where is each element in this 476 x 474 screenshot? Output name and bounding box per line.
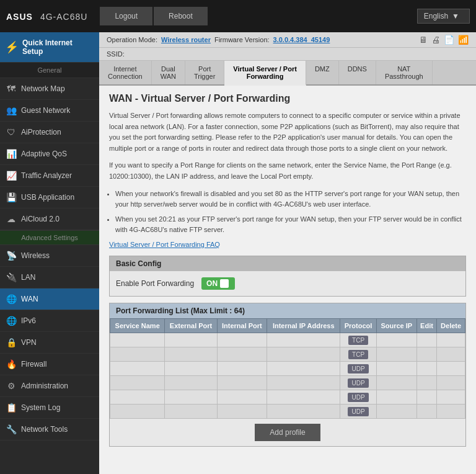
op-icon-doc[interactable]: 📄 — [444, 35, 454, 45]
sidebar-item-aicloud[interactable]: ☁ AiCloud 2.0 — [0, 208, 99, 230]
table-cell[interactable] — [416, 375, 436, 390]
table-cell — [217, 361, 267, 375]
port-forwarding-toggle[interactable]: ON — [201, 277, 235, 290]
quick-internet-setup[interactable]: ⚡ Quick Internet Setup — [0, 32, 99, 62]
table-cell[interactable] — [416, 404, 436, 418]
sidebar-label-guest-network: Guest Network — [21, 106, 70, 115]
sidebar-item-ipv6[interactable]: 🌐 IPv6 — [0, 310, 99, 332]
table-row[interactable]: TCP — [110, 333, 465, 347]
sidebar-item-administration[interactable]: ⚙ Administration — [0, 375, 99, 397]
table-cell[interactable] — [437, 347, 465, 361]
table-cell — [165, 347, 217, 361]
bullet-list: When your network's firewall is disabled… — [109, 189, 466, 236]
col-source-ip: Source IP — [376, 318, 416, 333]
sidebar-item-traffic-analyzer[interactable]: 📈 Traffic Analyzer — [0, 165, 99, 187]
col-edit: Edit — [416, 318, 436, 333]
reboot-button[interactable]: Reboot — [154, 7, 208, 25]
col-internal-port: Internal Port — [217, 318, 267, 333]
table-cell[interactable] — [437, 333, 465, 347]
op-mode-label: Operation Mode: — [107, 36, 157, 43]
sidebar-label-aiprotection: AiProtection — [21, 128, 61, 136]
faq-link[interactable]: Virtual Server / Port Forwarding FAQ — [109, 241, 466, 248]
op-icon-signal[interactable]: 📶 — [458, 35, 469, 45]
sidebar-item-adaptive-qos[interactable]: 📊 Adaptive QoS — [0, 143, 99, 165]
table-cell[interactable] — [416, 361, 436, 375]
sidebar-item-vpn[interactable]: 🔒 VPN — [0, 332, 99, 354]
table-cell — [217, 390, 267, 404]
op-icon-print[interactable]: 🖨 — [431, 35, 440, 45]
sidebar-item-system-log[interactable]: 📋 System Log — [0, 397, 99, 419]
table-row[interactable]: TCP — [110, 347, 465, 361]
adaptive-qos-icon: 📊 — [5, 149, 17, 159]
sidebar: ⚡ Quick Internet Setup General 🗺 Network… — [0, 32, 99, 474]
op-firmware-value[interactable]: 3.0.0.4.384_45149 — [273, 36, 330, 43]
sidebar-item-wan[interactable]: 🌐 WAN — [0, 288, 99, 310]
op-icon-monitor[interactable]: 🖥 — [419, 35, 428, 45]
operation-bar: Operation Mode: Wireless router Firmware… — [99, 32, 476, 48]
add-profile-button[interactable]: Add profile — [255, 424, 320, 441]
tab-virtual-server[interactable]: Virtual Server / PortForwarding — [224, 61, 306, 86]
tab-port-trigger[interactable]: PortTrigger — [185, 61, 224, 84]
table-cell — [110, 361, 165, 375]
sidebar-item-firewall[interactable]: 🔥 Firewall — [0, 354, 99, 375]
table-row[interactable]: UDP — [110, 375, 465, 390]
tab-nat-passthrough[interactable]: NATPassthrough — [376, 61, 433, 84]
sidebar-label-traffic-analyzer: Traffic Analyzer — [21, 171, 72, 180]
table-cell[interactable] — [437, 390, 465, 404]
basic-config-header: Basic Config — [110, 256, 465, 271]
sidebar-item-lan[interactable]: 🔌 LAN — [0, 267, 99, 288]
table-cell[interactable] — [416, 390, 436, 404]
table-cell[interactable] — [416, 347, 436, 361]
op-mode-value[interactable]: Wireless router — [161, 36, 211, 43]
table-cell — [217, 375, 267, 390]
logo-asus: ASUS — [6, 12, 33, 22]
sidebar-label-wireless: Wireless — [21, 251, 50, 260]
sidebar-label-vpn: VPN — [21, 338, 37, 347]
table-cell — [165, 390, 217, 404]
sub-nav-tabs: InternetConnection DualWAN PortTrigger V… — [99, 61, 476, 86]
tab-internet-connection[interactable]: InternetConnection — [99, 61, 152, 84]
table-cell[interactable] — [437, 404, 465, 418]
sidebar-item-guest-network[interactable]: 👥 Guest Network — [0, 100, 99, 122]
tab-ddns[interactable]: DDNS — [339, 61, 376, 84]
guest-network-icon: 👥 — [5, 105, 17, 115]
ipv6-icon: 🌐 — [5, 316, 17, 326]
quick-setup-label: Quick Internet Setup — [22, 38, 94, 56]
sidebar-label-wan: WAN — [21, 295, 38, 303]
col-protocol: Protocol — [340, 318, 376, 333]
table-row[interactable]: UDP — [110, 361, 465, 375]
port-forwarding-table-section: Port Forwarding List (Max Limit : 64) po… — [109, 303, 466, 447]
table-cell — [376, 347, 416, 361]
toggle-knob — [220, 279, 229, 288]
tab-dmz[interactable]: DMZ — [306, 61, 339, 84]
col-delete: Delete — [437, 318, 465, 333]
toggle-value: ON — [206, 279, 218, 288]
sidebar-label-network-map: Network Map — [21, 84, 65, 93]
tab-dual-wan[interactable]: DualWAN — [152, 61, 185, 84]
sidebar-item-network-map[interactable]: 🗺 Network Map — [0, 78, 99, 100]
logout-button[interactable]: Logout — [100, 7, 152, 25]
table-cell — [376, 390, 416, 404]
traffic-analyzer-icon: 📈 — [5, 171, 17, 181]
sidebar-item-network-tools[interactable]: 🔧 Network Tools — [0, 419, 99, 440]
table-cell: UDP — [340, 404, 376, 418]
logo-model: 4G-AC68U — [40, 12, 87, 22]
table-row[interactable]: UDP — [110, 404, 465, 418]
table-cell[interactable] — [437, 361, 465, 375]
table-cell — [267, 347, 340, 361]
table-cell — [165, 375, 217, 390]
language-selector[interactable]: English ▼ — [417, 9, 470, 24]
sidebar-item-usb-application[interactable]: 💾 USB Application — [0, 187, 99, 208]
table-row[interactable]: UDP — [110, 390, 465, 404]
lan-icon: 🔌 — [5, 272, 17, 282]
bullet-1: When your network's firewall is disabled… — [115, 189, 466, 210]
sidebar-item-aiprotection[interactable]: 🛡 AiProtection — [0, 122, 99, 143]
table-cell[interactable] — [437, 375, 465, 390]
col-external-port: External Port — [165, 318, 217, 333]
table-cell — [376, 361, 416, 375]
table-cell[interactable] — [416, 333, 436, 347]
sidebar-item-wireless[interactable]: 📡 Wireless — [0, 245, 99, 267]
aicloud-icon: ☁ — [5, 214, 17, 224]
protocol-badge: TCP — [348, 350, 368, 359]
table-cell — [110, 347, 165, 361]
